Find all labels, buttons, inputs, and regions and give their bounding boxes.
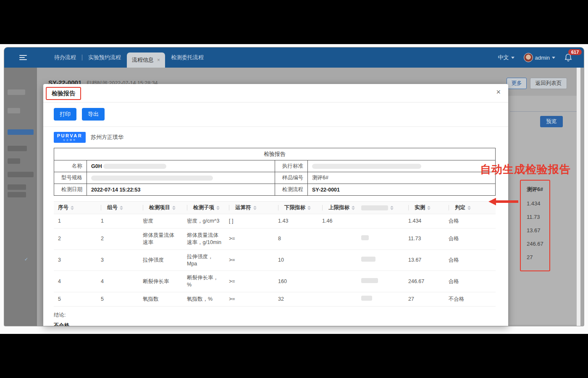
cell-operator: >=	[225, 249, 274, 271]
cell-actual: 13.67	[404, 249, 444, 271]
sidebar-item[interactable]	[8, 192, 26, 197]
table-row: 2 2 熔体质量流体速率 熔体质量流体速率，g/10min >= 8 11.73…	[54, 228, 496, 249]
sort-icon[interactable]	[253, 206, 257, 210]
app-header: 待办流程 实验预约流程 流程信息 × 检测委托流程 中文 admin	[4, 47, 584, 68]
cell-subitem: 熔体质量流体速率，g/10min	[183, 228, 225, 249]
annotation-text: 自动生成检验报告	[480, 162, 571, 177]
col-upper-limit[interactable]: 上限指标	[318, 202, 357, 214]
annotation-arrow-head	[488, 198, 496, 205]
annotation-arrow	[496, 200, 518, 203]
col-label: 判定	[455, 204, 465, 211]
field-label: 名称	[54, 160, 87, 172]
report-title: 检验报告	[54, 148, 496, 160]
cell-item: 氧指数	[139, 292, 183, 307]
notification-badge: 617	[568, 49, 582, 55]
sidebar-item[interactable]	[8, 146, 27, 151]
language-selector[interactable]: 中文	[498, 54, 514, 61]
redacted-blur	[361, 205, 388, 210]
more-button[interactable]: 更多	[507, 78, 527, 89]
sidebar-item[interactable]	[8, 158, 20, 164]
menu-toggle-icon[interactable]	[19, 54, 27, 61]
col-label: 检测子项	[193, 204, 214, 211]
cell-subitem: 断裂伸长率，%	[183, 271, 225, 292]
close-icon[interactable]: ×	[496, 88, 501, 96]
field-label: 型号规格	[54, 172, 87, 184]
cell-operator: >=	[225, 292, 274, 307]
col-subitem[interactable]: 检测子项	[183, 202, 225, 214]
sort-icon[interactable]	[307, 206, 311, 210]
cell-verdict: 合格	[444, 271, 496, 292]
cell-actual: 11.73	[404, 228, 444, 249]
cell-redacted	[357, 292, 404, 307]
tab-close-icon[interactable]: ×	[157, 57, 160, 63]
sort-icon[interactable]	[467, 206, 471, 210]
cell-verdict: 合格	[444, 249, 496, 271]
tab-lab-reservation-flow[interactable]: 实验预约流程	[82, 47, 127, 68]
cell-subitem: 氧指数，%	[183, 292, 225, 307]
field-label: 检测流程	[275, 184, 308, 196]
language-label: 中文	[498, 54, 509, 61]
cell-operator: >=	[225, 228, 274, 249]
sidebar-item[interactable]	[8, 108, 20, 113]
notification-bell[interactable]: 617	[564, 53, 572, 62]
sort-icon[interactable]	[71, 206, 74, 210]
cell-group: 1	[97, 214, 139, 228]
sort-icon[interactable]	[390, 206, 394, 210]
cell-item: 熔体质量流体速率	[139, 228, 183, 249]
name-value: G0H	[91, 163, 102, 169]
annotation-title-box: 检验报告	[46, 87, 81, 100]
scrollbar[interactable]	[577, 68, 580, 326]
cell-operator: >=	[225, 271, 274, 292]
col-operator[interactable]: 运算符	[225, 202, 274, 214]
sidebar-item-selected[interactable]	[8, 129, 34, 135]
col-seq[interactable]: 序号	[54, 202, 97, 214]
sidebar-item[interactable]	[8, 184, 26, 190]
cell-actual: 246.67	[404, 271, 444, 292]
col-verdict[interactable]: 判定	[444, 202, 496, 214]
tab-test-commission-flow[interactable]: 检测委托流程	[165, 47, 210, 68]
cell-item: 断裂伸长率	[139, 271, 183, 292]
back-to-list-button[interactable]: 返回列表页	[530, 78, 567, 89]
field-label: 执行标准	[275, 160, 308, 172]
cell-lower: 1.43	[274, 214, 318, 228]
col-actual[interactable]: 实测	[404, 202, 444, 214]
user-menu[interactable]: admin	[524, 53, 555, 62]
annotation-result-box	[520, 180, 550, 271]
sort-icon[interactable]	[120, 206, 123, 210]
cell-seq: 1	[54, 214, 97, 228]
sort-icon[interactable]	[216, 206, 220, 210]
conclusion-label: 结论:	[54, 312, 498, 319]
print-button[interactable]: 打印	[54, 108, 76, 121]
modal-toolbar: 打印 导出	[43, 102, 508, 127]
date-text: 2022-07-14 15:22:53	[91, 187, 140, 193]
tab-flow-info[interactable]: 流程信息 ×	[127, 52, 165, 68]
col-group[interactable]: 组号	[97, 202, 139, 214]
redacted-blur	[361, 235, 369, 240]
report-info-table: 检验报告 名称 G0H 执行标准 型号规格 样品编号 测评6# 检测日期 202…	[54, 148, 496, 196]
col-item[interactable]: 检测项目	[139, 202, 183, 214]
sidebar-item[interactable]	[8, 89, 25, 95]
cell-seq: 5	[54, 292, 97, 307]
process-code-value: SY-22-0001	[308, 184, 496, 196]
tab-pending-flows[interactable]: 待办流程	[48, 47, 82, 68]
sort-icon[interactable]	[427, 206, 430, 210]
cell-lower: 32	[274, 292, 318, 307]
sort-icon[interactable]	[352, 206, 355, 210]
cell-seq: 4	[54, 271, 97, 292]
redacted-blur	[361, 296, 372, 301]
export-button[interactable]: 导出	[82, 108, 105, 121]
sort-icon[interactable]	[172, 206, 176, 210]
col-lower-limit[interactable]: 下限指标	[274, 202, 318, 214]
redacted-blur	[91, 176, 213, 181]
redacted-blur	[361, 278, 378, 283]
preview-button[interactable]: 预览	[540, 116, 563, 127]
brand-row: PURVAR 方正璞华 苏州方正璞华	[43, 127, 508, 147]
cell-group: 2	[97, 228, 139, 249]
col-redacted[interactable]	[357, 202, 404, 214]
cell-upper: 1.46	[318, 214, 357, 228]
col-label: 上限指标	[328, 204, 349, 211]
cell-redacted	[357, 228, 404, 249]
cell-upper	[318, 292, 357, 307]
sidebar-item[interactable]	[8, 172, 34, 177]
logo-subtext: 方正璞华	[63, 139, 76, 141]
